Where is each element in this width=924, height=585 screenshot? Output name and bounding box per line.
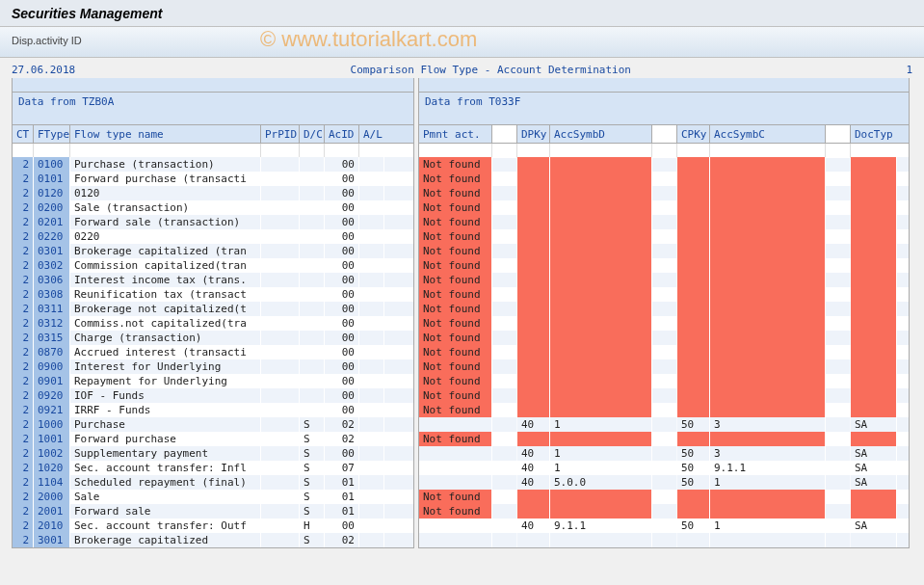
table-row[interactable]: Not found bbox=[419, 403, 909, 417]
table-row[interactable]: Not found bbox=[419, 172, 909, 186]
table-row[interactable]: 21001Forward purchaseS02 bbox=[13, 432, 413, 446]
table-row[interactable]: 20920IOF - Funds00 bbox=[13, 388, 413, 403]
table-row[interactable]: Not found bbox=[419, 490, 909, 504]
table-row[interactable]: 20100Purchase (transaction)00 bbox=[13, 157, 413, 172]
cell-ct: 2 bbox=[13, 533, 34, 547]
col-cpky[interactable]: CPKy bbox=[677, 125, 710, 143]
cell-dpky bbox=[517, 388, 550, 403]
cell-name: IOF - Funds bbox=[70, 388, 261, 403]
cell-doc bbox=[851, 200, 897, 215]
col-dc[interactable]: D/C bbox=[300, 125, 325, 143]
col-accd[interactable]: AccSymbD bbox=[550, 125, 652, 143]
table-row[interactable]: 21104Scheduled repayment (final)S01 bbox=[13, 475, 413, 490]
table-row[interactable]: 20302Commission capitalized(tran00 bbox=[13, 258, 413, 273]
table-row[interactable]: Not found bbox=[419, 200, 909, 215]
table-row[interactable]: 401503SA bbox=[419, 417, 909, 432]
table-row[interactable]: Not found bbox=[419, 287, 909, 302]
table-row[interactable]: 20315Charge (transaction)00 bbox=[13, 331, 413, 345]
table-row[interactable]: 20101Forward purchase (transacti00 bbox=[13, 172, 413, 186]
cell-pmnt: Not found bbox=[419, 287, 492, 302]
table-row[interactable]: Not found bbox=[419, 345, 909, 359]
table-row[interactable]: Not found bbox=[419, 157, 909, 172]
table-row[interactable]: 405.0.0501SA bbox=[419, 475, 909, 490]
table-row[interactable]: Not found bbox=[419, 215, 909, 229]
cell-accd: 5.0.0 bbox=[550, 475, 652, 490]
table-row[interactable]: 23001Brokerage capitalizedS02 bbox=[13, 533, 413, 547]
col-doc[interactable]: DocTyp bbox=[851, 125, 897, 143]
table-row[interactable]: 20870Accrued interest (transacti00 bbox=[13, 345, 413, 359]
table-row[interactable]: 20308Reunification tax (transact00 bbox=[13, 287, 413, 302]
cell-dpky: 40 bbox=[517, 475, 550, 490]
col-accc[interactable]: AccSymbC bbox=[710, 125, 826, 143]
table-row[interactable]: 20306Interest income tax (trans.00 bbox=[13, 273, 413, 287]
table-row[interactable]: 20312Commiss.not capitalized(tra00 bbox=[13, 316, 413, 331]
table-row[interactable]: 20901Repayment for Underlying00 bbox=[13, 374, 413, 388]
table-row[interactable]: 21002Supplementary paymentS00 bbox=[13, 446, 413, 461]
cell-dc: S bbox=[300, 417, 325, 432]
table-row[interactable]: 20311Brokerage not capitalized(t00 bbox=[13, 302, 413, 316]
cell-spacer bbox=[652, 359, 677, 374]
table-row[interactable]: 21000PurchaseS02 bbox=[13, 417, 413, 432]
table-row[interactable]: 20220022000 bbox=[13, 229, 413, 244]
cell-spacer bbox=[652, 432, 677, 446]
cell-ct: 2 bbox=[13, 403, 34, 417]
table-row[interactable]: 401509.1.1SA bbox=[419, 461, 909, 475]
cell-pmnt: Not found bbox=[419, 244, 492, 258]
cell-name: Scheduled repayment (final) bbox=[70, 475, 261, 490]
table-row[interactable]: Not found bbox=[419, 244, 909, 258]
col-al[interactable]: A/L bbox=[359, 125, 384, 143]
cell-dpky bbox=[517, 258, 550, 273]
table-row[interactable]: Not found bbox=[419, 388, 909, 403]
cell-al bbox=[359, 519, 384, 533]
table-row[interactable]: Not found bbox=[419, 374, 909, 388]
table-row[interactable]: 20200Sale (transaction)00 bbox=[13, 200, 413, 215]
table-row[interactable] bbox=[419, 533, 909, 547]
col-acid[interactable]: AcID bbox=[325, 125, 359, 143]
cell-al bbox=[359, 403, 384, 417]
cell-acid: 02 bbox=[325, 533, 359, 547]
cell-spacer bbox=[652, 287, 677, 302]
col-ct[interactable]: CT bbox=[13, 125, 34, 143]
table-row[interactable]: Not found bbox=[419, 186, 909, 200]
table-row[interactable]: 20900Interest for Underlying00 bbox=[13, 359, 413, 374]
cell-al bbox=[359, 200, 384, 215]
col-dpky[interactable]: DPKy bbox=[517, 125, 550, 143]
table-row[interactable]: 22010Sec. account transfer: OutfH00 bbox=[13, 519, 413, 533]
col-name[interactable]: Flow type name bbox=[70, 125, 261, 143]
table-row[interactable]: Not found bbox=[419, 432, 909, 446]
cell-cpky bbox=[677, 331, 710, 345]
cell-cpky bbox=[677, 504, 710, 519]
table-row[interactable]: Not found bbox=[419, 302, 909, 316]
table-row[interactable]: Not found bbox=[419, 359, 909, 374]
cell-dc bbox=[300, 172, 325, 186]
table-row[interactable]: Not found bbox=[419, 258, 909, 273]
cell-name: Repayment for Underlying bbox=[70, 374, 261, 388]
cell-name: 0220 bbox=[70, 229, 261, 244]
cell-dc: S bbox=[300, 490, 325, 504]
table-row[interactable]: 409.1.1501SA bbox=[419, 519, 909, 533]
cell-accc bbox=[710, 388, 826, 403]
table-row[interactable]: Not found bbox=[419, 504, 909, 519]
table-row[interactable]: 20921IRRF - Funds00 bbox=[13, 403, 413, 417]
cell-accc bbox=[710, 287, 826, 302]
cell-prpid bbox=[261, 417, 300, 432]
table-row[interactable]: 22001Forward saleS01 bbox=[13, 504, 413, 519]
table-row[interactable]: Not found bbox=[419, 273, 909, 287]
cell-spacer bbox=[826, 417, 851, 432]
table-row[interactable]: Not found bbox=[419, 316, 909, 331]
table-row[interactable]: Not found bbox=[419, 331, 909, 345]
cell-pmnt: Not found bbox=[419, 186, 492, 200]
table-row[interactable]: 401503SA bbox=[419, 446, 909, 461]
col-pmnt[interactable]: Pmnt act. bbox=[419, 125, 492, 143]
table-row[interactable]: 20201Forward sale (transaction)00 bbox=[13, 215, 413, 229]
cell-accc bbox=[710, 200, 826, 215]
col-ftype[interactable]: FType bbox=[34, 125, 70, 143]
table-row[interactable]: 20301Brokerage capitalized (tran00 bbox=[13, 244, 413, 258]
disp-activity-label[interactable]: Disp.activity ID bbox=[12, 35, 82, 46]
table-row[interactable]: Not found bbox=[419, 229, 909, 244]
col-prpid[interactable]: PrPID bbox=[261, 125, 300, 143]
table-row[interactable]: 21020Sec. account transfer: InflS07 bbox=[13, 461, 413, 475]
table-row[interactable]: 20120012000 bbox=[13, 186, 413, 200]
cell-ftype: 0302 bbox=[34, 258, 70, 273]
table-row[interactable]: 22000SaleS01 bbox=[13, 490, 413, 504]
